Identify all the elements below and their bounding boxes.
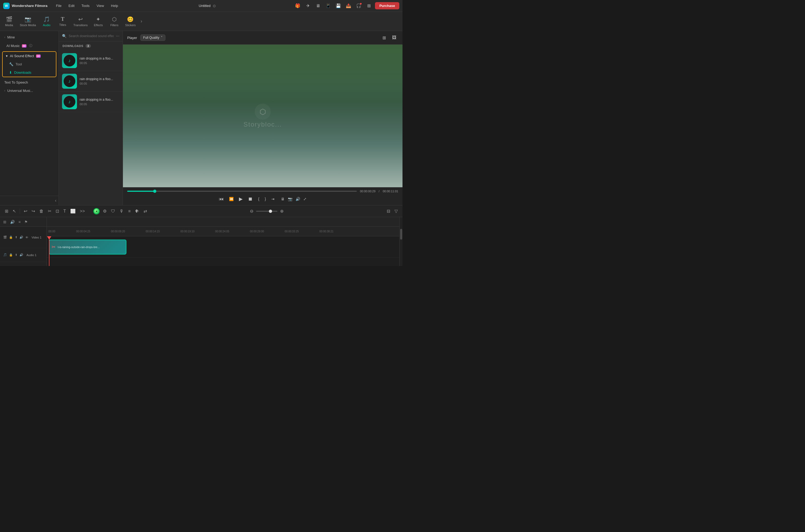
scrollbar-thumb[interactable] <box>400 229 402 240</box>
player-grid-icon[interactable]: ⊞ <box>380 34 388 42</box>
more-tabs-icon[interactable]: › <box>139 16 144 26</box>
menu-file[interactable]: File <box>53 3 64 9</box>
zoom-slider[interactable] <box>256 211 277 212</box>
add-caption-button[interactable]: ≡ <box>17 219 22 225</box>
export-button[interactable]: ⇥ <box>270 196 276 202</box>
menu-edit[interactable]: Edit <box>66 3 77 9</box>
video-track-num: 🎬 <box>3 235 7 239</box>
downloads-header: DOWNLOADS 3 <box>59 41 123 51</box>
tl-layout2-button[interactable]: ▽ <box>393 208 399 215</box>
sidebar-collapse-button[interactable]: ‹ <box>55 198 56 203</box>
add-video-track-button[interactable]: ⊞ <box>2 219 7 225</box>
audio-expand-icon[interactable]: ⬆ <box>15 253 17 256</box>
video-clip[interactable]: ✂ t-is-raining-outside-rain-drops-bre... <box>49 240 126 254</box>
tl-delete-button[interactable]: 🗑 <box>38 208 45 215</box>
ruler-mark-5: 00:00:24:05 <box>215 230 229 233</box>
menu-view[interactable]: View <box>94 3 107 9</box>
stop-button[interactable]: ⏹ <box>247 195 254 203</box>
sidebar-item-universal-music[interactable]: › Universal Musi... <box>0 87 58 95</box>
tab-stickers[interactable]: 😊 Stickers <box>123 14 139 29</box>
fullscreen-button[interactable]: ⤢ <box>302 196 308 202</box>
tl-split-view-button[interactable]: ⊞ <box>3 208 10 215</box>
tab-audio[interactable]: 🎵 Audio <box>39 14 55 29</box>
ai-music-info-icon[interactable]: ⓘ <box>29 43 32 48</box>
tab-titles[interactable]: T Titles <box>55 14 71 28</box>
mark-out-button[interactable]: } <box>264 196 267 202</box>
tl-layout-button[interactable]: ⊟ <box>385 208 392 215</box>
timeline: ⊞ ↖ ↩ ↪ 🗑 ✂ ⊡ T ⬜ >> ● ⚙ 🛡 🎙 ≡ 🗣 ⇄ ⊖ ⊕ ⊟… <box>0 205 403 266</box>
tl-replace-button[interactable]: ⇄ <box>142 208 149 215</box>
tab-stock-media[interactable]: 📷 Stock Media <box>17 14 39 29</box>
quality-select[interactable]: Full Quality ˅ <box>140 35 165 41</box>
ruler-mark-3: 00:00:14:15 <box>146 230 160 233</box>
send-icon[interactable]: ✈ <box>304 2 312 10</box>
mark-in-button[interactable]: { <box>257 196 261 202</box>
add-audio-track-button[interactable]: 🔊 <box>9 219 16 225</box>
volume-button[interactable]: 🔊 <box>294 196 301 202</box>
music-note-icon-1: ♪ <box>69 58 71 63</box>
video-track-label: Video 1 <box>32 236 41 239</box>
ruler[interactable]: :00:00 00:00:04:25 00:00:09:20 00:00:14:… <box>47 227 399 236</box>
vertical-scrollbar[interactable] <box>399 217 403 266</box>
scissors-icon[interactable]: ✂ <box>52 244 56 250</box>
tab-filters[interactable]: ⬡ Filters <box>106 14 123 29</box>
sound-item-3[interactable]: ♪ rain dropping in a floo... 00:05 <box>59 92 123 112</box>
sidebar-item-mine[interactable]: › Mine <box>0 33 58 41</box>
tl-more-button[interactable]: >> <box>78 208 87 215</box>
monitor-icon[interactable]: 🖥 <box>314 2 322 10</box>
tab-transitions[interactable]: ↩ Transitions <box>71 14 90 29</box>
tl-select-button[interactable]: ↖ <box>11 208 18 215</box>
more-options-icon[interactable]: ··· <box>116 34 120 38</box>
zoom-in-button[interactable]: ⊕ <box>278 208 285 215</box>
play-button[interactable]: ▶ <box>238 195 244 203</box>
gift-icon[interactable]: 🎁 <box>294 2 302 10</box>
video-expand-icon[interactable]: ⬆ <box>15 235 17 239</box>
mobile-icon[interactable]: 📱 <box>324 2 332 10</box>
tl-text-button[interactable]: T <box>62 208 68 215</box>
tab-media[interactable]: 🎬 Media <box>1 14 17 29</box>
tl-settings-button[interactable]: ⚙ <box>101 208 108 215</box>
save-icon[interactable]: 💾 <box>334 2 342 10</box>
snapshot-button[interactable]: 📷 <box>287 196 293 202</box>
tab-effects[interactable]: ✦ Effects <box>90 14 106 29</box>
search-input[interactable] <box>69 34 114 38</box>
sound-item-2[interactable]: ♪ rain dropping in a floo... 00:05 <box>59 71 123 92</box>
sidebar-ai-sound-effect-header[interactable]: ▾ AI Sound Effect AI <box>3 52 56 60</box>
progress-bar[interactable] <box>127 191 357 192</box>
project-settings-icon[interactable]: ⊙ <box>213 4 216 8</box>
sidebar-sub-item-tool[interactable]: 🔧 Tool <box>3 60 56 69</box>
sound-item-1[interactable]: ♪ rain dropping in a floo... 00:05 <box>59 51 123 71</box>
audio-volume-icon[interactable]: 🔊 <box>19 253 23 256</box>
tl-mask-button[interactable]: ⬜ <box>69 208 77 215</box>
zoom-out-button[interactable]: ⊖ <box>248 208 255 215</box>
app-logo-icon: W <box>3 3 10 9</box>
tl-captions-button[interactable]: ≡ <box>126 208 132 215</box>
audio-lock-icon[interactable]: 🔒 <box>9 253 13 256</box>
tl-mic-button[interactable]: 🎙 <box>118 208 125 215</box>
tl-shield-button[interactable]: 🛡 <box>109 208 117 215</box>
step-back-button[interactable]: ⏪ <box>228 196 235 202</box>
skip-back-button[interactable]: ⏮ <box>218 195 225 203</box>
screen-record-button[interactable]: 🖥 <box>280 196 286 202</box>
sidebar-sub-item-downloads[interactable]: ⬇ Downloads <box>3 69 56 77</box>
tl-voice-button[interactable]: 🗣 <box>133 208 141 215</box>
player-image-icon[interactable]: 🖼 <box>390 34 398 42</box>
tl-undo-button[interactable]: ↩ <box>22 208 29 215</box>
tl-crop-button[interactable]: ⊡ <box>54 208 61 215</box>
sidebar-item-text-to-speech[interactable]: Text To Speech <box>0 78 58 87</box>
purchase-button[interactable]: Purchase <box>375 2 399 10</box>
grid-icon[interactable]: ⊞ <box>365 2 373 10</box>
upload-icon[interactable]: 📤 <box>345 2 352 10</box>
add-marker-button[interactable]: ⚑ <box>23 219 29 225</box>
tl-cut-button[interactable]: ✂ <box>46 208 53 215</box>
menu-tools[interactable]: Tools <box>79 3 92 9</box>
headphones-icon[interactable]: 🎧 <box>355 2 363 10</box>
video-volume-icon[interactable]: 🔊 <box>19 235 23 239</box>
lock-icon[interactable]: 🔒 <box>9 235 13 239</box>
video-eye-icon[interactable]: 👁 <box>25 236 28 239</box>
progress-thumb[interactable] <box>153 190 157 193</box>
sidebar-item-ai-music[interactable]: AI Music AI ⓘ <box>0 41 58 50</box>
tl-green-circle-button[interactable]: ● <box>93 208 100 215</box>
menu-help[interactable]: Help <box>108 3 121 9</box>
tl-redo-button[interactable]: ↪ <box>30 208 37 215</box>
